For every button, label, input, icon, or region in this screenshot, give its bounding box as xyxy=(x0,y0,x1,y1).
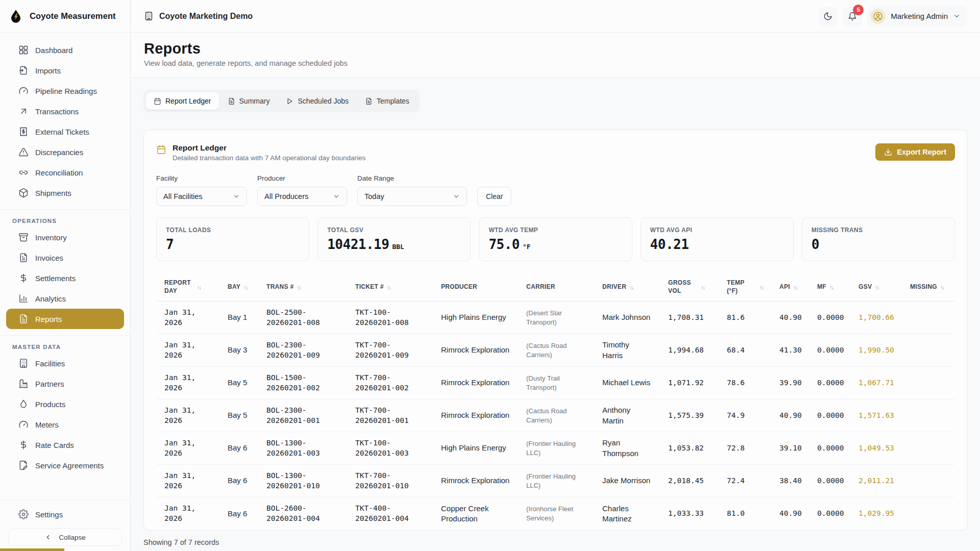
sort-icon[interactable]: ↑↓ xyxy=(701,284,704,290)
export-report-button[interactable]: Export Report xyxy=(875,143,955,161)
cell-carrier: (Cactus Road Carriers) xyxy=(518,334,594,366)
sidebar-item[interactable]: Partners xyxy=(6,373,124,394)
alert-triangle-icon xyxy=(18,147,29,157)
sort-icon[interactable]: ↑↓ xyxy=(875,284,878,290)
column-header[interactable]: TRANS # ↑↓ xyxy=(258,273,347,301)
sort-icon[interactable]: ↑↓ xyxy=(940,284,944,290)
sidebar-item[interactable]: Imports xyxy=(6,60,124,81)
stat-card: MISSING TRANS 0 xyxy=(802,217,955,261)
table-row[interactable]: Jan 31, 2026 Bay 3 BOL-2300-20260201-009… xyxy=(156,334,955,367)
sort-icon[interactable]: ↑↓ xyxy=(793,284,797,290)
sidebar-item-settings[interactable]: Settings xyxy=(6,504,124,524)
building-icon xyxy=(18,358,29,368)
sidebar-item[interactable]: Transactions xyxy=(6,101,124,121)
sidebar-accent-strip xyxy=(0,548,64,551)
cell-mf: 0.0000 xyxy=(809,497,850,530)
table-row[interactable]: Jan 31, 2026 Bay 6 BOL-1300-20260201-003… xyxy=(156,432,955,465)
cell-trans: BOL-1300-20260201-003 xyxy=(258,432,347,464)
cell-driver: Anthony Martin xyxy=(594,399,660,432)
column-header[interactable]: API ↑↓ xyxy=(771,273,809,301)
sort-icon[interactable]: ↑↓ xyxy=(829,284,833,290)
brand: Coyote Measurement xyxy=(0,0,130,33)
collapse-button[interactable]: Collapse xyxy=(8,529,122,546)
record-count: Showing 7 of 7 records xyxy=(143,538,968,546)
tab[interactable]: Templates xyxy=(357,92,417,110)
report-ledger-card: Report Ledger Detailed transaction data … xyxy=(143,130,968,531)
file-text-icon xyxy=(18,253,29,263)
column-header[interactable]: MISSING ↑↓ xyxy=(902,273,955,301)
cell-producer: High Plains Energy xyxy=(433,302,518,334)
nav-section-label: OPERATIONS xyxy=(0,210,130,227)
sidebar-item[interactable]: Reports xyxy=(6,309,124,329)
user-name: Marketing Admin xyxy=(891,12,948,20)
table-row[interactable]: Jan 31, 2026 Bay 5 BOL-2300-20260201-001… xyxy=(156,399,955,432)
droplet-icon xyxy=(18,399,29,409)
sidebar-item[interactable]: Service Agreements xyxy=(6,455,124,475)
tab[interactable]: Report Ledger xyxy=(146,92,219,110)
workspace-switcher[interactable]: Coyote Marketing Demo xyxy=(144,11,253,21)
column-header[interactable]: DRIVER ↑↓ xyxy=(594,273,660,301)
table-row[interactable]: Jan 31, 2026 Bay 6 BOL-1300-20260201-010… xyxy=(156,465,955,497)
file-text-icon xyxy=(365,97,373,105)
sidebar-item[interactable]: Inventory xyxy=(6,227,124,247)
column-header[interactable]: PRODUCER xyxy=(433,273,518,301)
card-header: Report Ledger Detailed transaction data … xyxy=(156,143,955,167)
cell-gross-vol: 1,708.31 xyxy=(660,302,719,334)
sort-icon[interactable]: ↑↓ xyxy=(197,284,201,290)
cell-api: 38.40 xyxy=(771,465,809,497)
sidebar-item[interactable]: Analytics xyxy=(6,288,124,309)
table-row[interactable]: Jan 31, 2026 Bay 6 BOL-2600-20260201-004… xyxy=(156,497,955,530)
notifications-button[interactable]: 5 xyxy=(843,7,862,26)
sidebar-item[interactable]: Reconciliation xyxy=(6,162,124,183)
sidebar-item[interactable]: Invoices xyxy=(6,247,124,268)
sidebar-footer: Settings Collapse xyxy=(0,493,130,551)
cell-gross-vol: 1,053.82 xyxy=(660,432,719,464)
coyote-logo-icon xyxy=(8,9,23,24)
table-row[interactable]: Jan 31, 2026 Bay 1 BOL-2500-20260201-008… xyxy=(156,302,955,334)
gear-icon xyxy=(18,509,29,519)
cell-temp: 74.9 xyxy=(719,399,771,432)
column-header[interactable]: GROSS VOL ↑↓ xyxy=(660,273,719,301)
sidebar-item[interactable]: Shipments xyxy=(6,183,124,203)
column-header[interactable]: BAY ↑↓ xyxy=(219,273,258,301)
cell-gross-vol: 1,994.68 xyxy=(660,334,719,366)
nav-section: Dashboard Imports Pipeline Readings xyxy=(0,40,130,203)
sidebar-item[interactable]: External Tickets xyxy=(6,121,124,142)
cell-ticket: TKT-100-20260201-003 xyxy=(347,432,433,464)
filter-select[interactable]: Today xyxy=(357,187,467,206)
sort-icon[interactable]: ↑↓ xyxy=(387,284,390,290)
package-icon xyxy=(18,188,29,198)
cell-temp: 72.8 xyxy=(719,432,771,464)
cell-driver: Jake Morrison xyxy=(594,465,660,497)
cell-trans: BOL-2300-20260201-001 xyxy=(258,399,347,432)
sidebar-item[interactable]: Products xyxy=(6,394,124,414)
tab[interactable]: Scheduled Jobs xyxy=(278,92,356,110)
filter-select[interactable]: All Facilities xyxy=(156,187,247,206)
chevron-down-icon xyxy=(453,193,460,200)
sort-icon[interactable]: ↑↓ xyxy=(629,284,633,290)
sort-icon[interactable]: ↑↓ xyxy=(243,284,247,290)
sidebar-item[interactable]: Meters xyxy=(6,414,124,435)
tab[interactable]: Summary xyxy=(220,92,278,110)
sidebar-item[interactable]: Rate Cards xyxy=(6,435,124,455)
column-header[interactable]: TICKET # ↑↓ xyxy=(347,273,433,301)
column-header[interactable]: REPORT DAY ↑↓ xyxy=(156,273,219,301)
column-header[interactable]: MF ↑↓ xyxy=(809,273,850,301)
column-header[interactable]: CARRIER xyxy=(518,273,594,301)
filter-select[interactable]: All Producers xyxy=(257,187,347,206)
cell-missing xyxy=(902,432,955,464)
cell-driver: Charles Martinez xyxy=(594,497,660,530)
sidebar-item[interactable]: Facilities xyxy=(6,353,124,373)
theme-toggle-button[interactable] xyxy=(818,7,838,26)
table-row[interactable]: Jan 31, 2026 Bay 5 BOL-1500-20260201-002… xyxy=(156,367,955,399)
clear-filters-button[interactable]: Clear xyxy=(477,187,511,206)
sidebar-item[interactable]: Settlements xyxy=(6,268,124,288)
sort-icon[interactable]: ↑↓ xyxy=(760,284,763,290)
sidebar-item[interactable]: Discrepancies xyxy=(6,142,124,162)
user-menu[interactable]: Marketing Admin xyxy=(867,6,967,27)
column-header[interactable]: TEMP (°F) ↑↓ xyxy=(719,273,771,301)
sort-icon[interactable]: ↑↓ xyxy=(297,284,300,290)
column-header[interactable]: GSV ↑↓ xyxy=(850,273,902,301)
sidebar-item[interactable]: Pipeline Readings xyxy=(6,81,124,101)
sidebar-item[interactable]: Dashboard xyxy=(6,40,124,60)
